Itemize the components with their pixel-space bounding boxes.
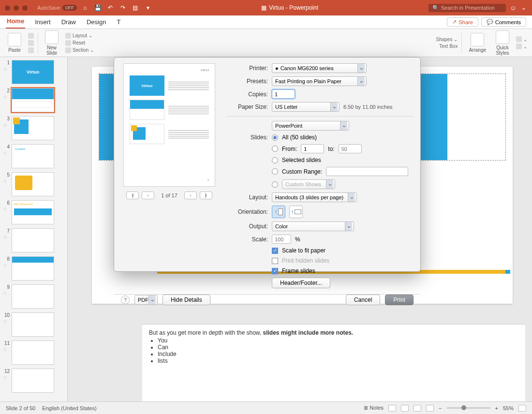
slide-thumb-1[interactable]: Virtuo xyxy=(12,60,54,84)
help-icon[interactable]: ? xyxy=(121,296,130,304)
star-icon[interactable]: ☆ xyxy=(3,235,10,240)
orientation-landscape[interactable]: ↑ xyxy=(289,206,303,218)
last-page-icon[interactable]: ⟫ xyxy=(200,192,212,199)
copy-button[interactable] xyxy=(28,40,34,46)
slide-thumbnails-panel[interactable]: 1☆Virtuo 2☆ 3☆ 4☆Content 5☆ 6☆Why Choose… xyxy=(0,57,68,401)
star-icon[interactable]: ☆ xyxy=(3,263,10,268)
slide-thumb-10[interactable] xyxy=(12,312,54,337)
tab-draw[interactable]: Draw xyxy=(60,16,77,29)
slide-thumb-11[interactable] xyxy=(12,340,54,365)
new-slide-button[interactable]: New Slide xyxy=(42,30,61,56)
slides-all-radio[interactable] xyxy=(272,134,278,141)
printer-dropdown[interactable]: ● Canon MG6200 series xyxy=(272,63,367,73)
selected-slides-radio[interactable] xyxy=(272,157,278,163)
star-icon[interactable]: ☆ xyxy=(3,150,10,156)
first-page-icon[interactable]: ⟪ xyxy=(126,192,139,199)
star-icon[interactable]: ☆ xyxy=(3,94,10,100)
prev-page-icon[interactable]: ‹ xyxy=(142,192,154,199)
star-icon[interactable]: ☆ xyxy=(3,291,10,296)
slideshow-view-icon[interactable] xyxy=(426,405,434,412)
reset-button[interactable]: Reset xyxy=(65,40,94,46)
undo-icon[interactable]: ↶ xyxy=(107,4,114,11)
shape-outline-button[interactable]: ⌄ xyxy=(516,44,527,49)
zoom-out-icon[interactable]: − xyxy=(439,405,442,411)
slide-counter[interactable]: Slide 2 of 50 xyxy=(6,405,35,411)
pdf-dropdown[interactable]: PDF xyxy=(134,295,158,305)
slide-thumb-3[interactable] xyxy=(12,116,54,140)
save-icon[interactable]: 💾 xyxy=(94,4,101,11)
paper-size-dropdown[interactable]: US Letter xyxy=(272,102,340,112)
copies-input[interactable] xyxy=(272,89,295,99)
next-page-icon[interactable]: › xyxy=(184,192,197,199)
star-icon[interactable]: ☆ xyxy=(3,178,10,184)
slide-thumb-12[interactable] xyxy=(12,369,54,393)
star-icon[interactable]: ☆ xyxy=(3,375,10,380)
comments-button[interactable]: 💬Comments xyxy=(481,17,526,27)
cut-button[interactable] xyxy=(28,33,34,39)
sorter-view-icon[interactable] xyxy=(401,405,409,412)
section-button[interactable]: Section ⌄ xyxy=(65,47,94,53)
slide-thumb-5[interactable] xyxy=(12,172,54,196)
format-painter-button[interactable] xyxy=(28,47,34,53)
reading-view-icon[interactable] xyxy=(414,405,421,412)
custom-range-input[interactable] xyxy=(326,167,408,176)
shape-fill-button[interactable]: ⌄ xyxy=(516,36,527,42)
tab-transitions[interactable]: T xyxy=(116,16,121,29)
tab-home[interactable]: Home xyxy=(6,15,25,29)
quick-styles-button[interactable]: Quick Styles xyxy=(493,30,512,56)
zoom-slider[interactable] xyxy=(447,407,490,409)
close-window-icon[interactable] xyxy=(5,5,10,11)
tab-design[interactable]: Design xyxy=(86,16,107,29)
notes-pane[interactable]: But as you get more in depth with the sh… xyxy=(142,324,525,401)
zoom-window-icon[interactable] xyxy=(22,5,28,11)
star-icon[interactable]: ☆ xyxy=(3,319,10,324)
print-button[interactable]: Print xyxy=(385,295,414,305)
star-icon[interactable]: ☆ xyxy=(3,66,10,72)
zoom-level[interactable]: 55% xyxy=(503,405,514,411)
paste-group[interactable]: Paste xyxy=(5,33,24,53)
from-input[interactable] xyxy=(301,144,324,153)
slide-thumb-4[interactable]: Content xyxy=(12,144,54,168)
orientation-portrait[interactable]: ↑ xyxy=(272,206,285,218)
slide-thumb-8[interactable] xyxy=(12,256,54,281)
to-input[interactable] xyxy=(339,144,362,153)
slides-from-radio[interactable] xyxy=(272,146,278,152)
star-icon[interactable]: ☆ xyxy=(3,122,10,128)
star-icon[interactable]: ☆ xyxy=(3,207,10,212)
star-icon[interactable]: ☆ xyxy=(3,347,10,352)
slide-thumb-6[interactable]: Why Choose Us? xyxy=(12,200,54,224)
zoom-in-icon[interactable]: + xyxy=(495,405,498,411)
repeat-icon[interactable]: ↷ xyxy=(119,4,126,11)
share-button[interactable]: ↗Share xyxy=(447,17,478,27)
slide-thumb-2[interactable] xyxy=(12,88,54,112)
customize-icon[interactable]: ▾ xyxy=(145,4,151,11)
autosave-toggle[interactable]: AutoSave OFF xyxy=(37,5,77,11)
minimize-window-icon[interactable] xyxy=(14,5,19,11)
layout-dropdown[interactable]: Handouts (3 slides per page) xyxy=(272,192,357,202)
slide-thumb-7[interactable] xyxy=(12,228,54,252)
doc-icon[interactable]: ▤ xyxy=(132,4,139,11)
arrange-button[interactable]: Arrange xyxy=(466,33,489,53)
custom-range-radio[interactable] xyxy=(272,168,278,175)
presentation-search[interactable]: 🔍 Search in Presentation xyxy=(429,4,506,12)
fit-to-window-icon[interactable] xyxy=(518,405,526,412)
cancel-button[interactable]: Cancel xyxy=(346,295,380,305)
presets-dropdown[interactable]: Fast Printing on Plain Paper xyxy=(272,76,367,86)
tab-insert[interactable]: Insert xyxy=(34,16,52,29)
header-footer-button[interactable]: Header/Footer... xyxy=(272,278,330,288)
layout-button[interactable]: Layout ⌄ xyxy=(65,33,94,39)
language-indicator[interactable]: English (United States) xyxy=(42,405,97,411)
feedback-icon[interactable]: ☺ xyxy=(510,4,517,12)
home-icon[interactable]: ⌂ xyxy=(82,4,89,11)
scale-to-fit-checkbox[interactable] xyxy=(272,248,278,254)
shapes-button[interactable]: Shapes ⌄ xyxy=(436,37,458,42)
normal-view-icon[interactable] xyxy=(388,405,396,412)
frame-slides-checkbox[interactable] xyxy=(272,268,278,274)
slide-thumb-9[interactable] xyxy=(12,284,54,309)
feedback-chevron-icon[interactable]: ⌄ xyxy=(520,4,527,11)
text-box-button[interactable]: Text Box xyxy=(439,44,458,49)
output-dropdown[interactable]: Color xyxy=(272,222,354,231)
app-section-dropdown[interactable]: PowerPoint xyxy=(272,121,349,131)
hide-details-button[interactable]: Hide Details xyxy=(163,295,210,305)
notes-toggle[interactable]: ≣ Notes xyxy=(364,405,384,411)
